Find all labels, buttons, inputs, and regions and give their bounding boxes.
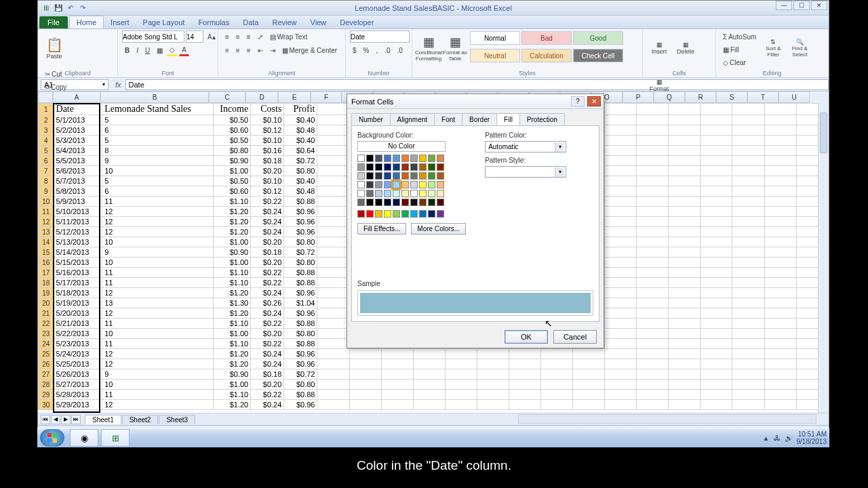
style-normal[interactable]: Normal bbox=[470, 31, 520, 45]
cond-format-button[interactable]: ▦Conditional Formatting bbox=[416, 30, 441, 66]
formula-bar[interactable]: Date bbox=[125, 79, 829, 90]
align-top-icon[interactable]: ≡ bbox=[222, 30, 232, 43]
sheet-nav-prev-icon[interactable]: ◀ bbox=[51, 415, 60, 424]
dialog-help-icon[interactable]: ? bbox=[571, 96, 585, 106]
redo-icon[interactable]: ↷ bbox=[77, 3, 87, 13]
sheet-nav-next-icon[interactable]: ▶ bbox=[61, 415, 71, 424]
col-header-D[interactable]: D bbox=[245, 92, 278, 103]
wrap-text-button[interactable]: ▤ Wrap Text bbox=[267, 30, 311, 43]
tray-flag-icon[interactable]: ▲ bbox=[763, 434, 770, 442]
sheet-tab-sheet2[interactable]: Sheet2 bbox=[122, 415, 159, 424]
save-icon[interactable]: 💾 bbox=[53, 3, 63, 13]
col-header-A[interactable]: A bbox=[53, 92, 100, 103]
underline-button[interactable]: U bbox=[142, 44, 153, 56]
decrease-decimal-icon[interactable]: .0 bbox=[395, 44, 406, 56]
style-bad[interactable]: Bad bbox=[521, 31, 572, 45]
dialog-tab-number[interactable]: Number bbox=[351, 113, 391, 125]
sheet-nav-first-icon[interactable]: ⏮ bbox=[41, 415, 50, 424]
cell-styles-gallery[interactable]: NormalBadGoodNeutralCalculationCheck Cel… bbox=[469, 30, 629, 66]
col-header-U[interactable]: U bbox=[778, 92, 810, 103]
col-header-S[interactable]: S bbox=[716, 92, 747, 103]
col-header-T[interactable]: T bbox=[747, 92, 778, 103]
no-color-button[interactable]: No Color bbox=[357, 141, 446, 152]
dialog-tab-fill[interactable]: Fill bbox=[496, 113, 520, 125]
fx-icon[interactable]: fx bbox=[115, 81, 121, 89]
close-button[interactable]: ✕ bbox=[811, 1, 827, 10]
italic-button[interactable]: I bbox=[134, 44, 141, 56]
number-format-select[interactable] bbox=[350, 30, 410, 43]
dialog-tab-border[interactable]: Border bbox=[462, 113, 497, 125]
style-calculation[interactable]: Calculation bbox=[521, 49, 572, 62]
ok-button[interactable]: OK bbox=[505, 330, 548, 344]
font-family-select[interactable] bbox=[122, 30, 184, 43]
minimize-button[interactable]: — bbox=[776, 1, 792, 10]
tab-developer[interactable]: Developer bbox=[333, 16, 380, 28]
fill-color-button[interactable]: ◇ bbox=[167, 44, 178, 56]
sheet-nav-last-icon[interactable]: ⏭ bbox=[71, 415, 81, 424]
style-neutral[interactable]: Neutral bbox=[470, 49, 520, 62]
taskbar-excel[interactable]: ⊞ bbox=[101, 429, 130, 447]
fill-effects-button[interactable]: Fill Effects... bbox=[357, 223, 406, 235]
style-check-cell[interactable]: Check Cell bbox=[573, 49, 623, 62]
autosum-button[interactable]: Σ AutoSum bbox=[720, 30, 759, 43]
tray-clock[interactable]: 10:51 AM9/18/2013 bbox=[797, 430, 827, 445]
col-header-E[interactable]: E bbox=[278, 92, 311, 103]
comma-icon[interactable]: , bbox=[373, 44, 380, 56]
indent-inc-icon[interactable]: ⇥ bbox=[267, 44, 278, 56]
dialog-tab-alignment[interactable]: Alignment bbox=[390, 113, 435, 125]
cancel-button[interactable]: Cancel bbox=[553, 330, 597, 344]
file-tab[interactable]: File bbox=[39, 16, 68, 28]
tab-data[interactable]: Data bbox=[236, 16, 265, 28]
col-header-C[interactable]: C bbox=[209, 92, 245, 103]
align-mid-icon[interactable]: ≡ bbox=[233, 30, 243, 43]
tab-home[interactable]: Home bbox=[69, 16, 104, 28]
tab-view[interactable]: View bbox=[304, 16, 334, 28]
border-button[interactable]: ▦ bbox=[154, 44, 165, 56]
pattern-style-select[interactable]: ▾ bbox=[485, 166, 566, 178]
sort-filter-button[interactable]: ⇅Sort & Filter bbox=[761, 30, 785, 66]
col-header-Q[interactable]: Q bbox=[654, 92, 685, 103]
tray-network-icon[interactable]: 🖧 bbox=[774, 434, 781, 442]
start-button[interactable] bbox=[40, 429, 64, 447]
tab-review[interactable]: Review bbox=[265, 16, 303, 28]
font-size-select[interactable] bbox=[186, 30, 203, 43]
dialog-tab-font[interactable]: Font bbox=[434, 113, 462, 125]
tray-sound-icon[interactable]: 🔊 bbox=[785, 434, 793, 442]
currency-icon[interactable]: $ bbox=[350, 44, 359, 56]
grow-font-icon[interactable]: A▴ bbox=[205, 30, 218, 43]
percent-icon[interactable]: % bbox=[361, 44, 372, 56]
orientation-icon[interactable]: ⤢ bbox=[255, 30, 266, 43]
find-select-button[interactable]: 🔍Find & Select bbox=[787, 30, 812, 66]
col-header-P[interactable]: P bbox=[623, 92, 654, 103]
col-header-F[interactable]: F bbox=[311, 92, 342, 103]
align-bot-icon[interactable]: ≡ bbox=[244, 30, 254, 43]
tab-page-layout[interactable]: Page Layout bbox=[136, 16, 192, 28]
undo-icon[interactable]: ↶ bbox=[65, 3, 75, 13]
indent-dec-icon[interactable]: ⇤ bbox=[255, 44, 266, 56]
fill-button[interactable]: ▦ Fill bbox=[720, 43, 759, 56]
col-header-R[interactable]: R bbox=[685, 92, 716, 103]
align-center-icon[interactable]: ≡ bbox=[233, 44, 243, 56]
increase-decimal-icon[interactable]: .0 bbox=[382, 44, 393, 56]
col-header-B[interactable]: B bbox=[100, 92, 209, 103]
pattern-color-select[interactable]: Automatic▾ bbox=[485, 141, 566, 152]
vertical-scrollbar[interactable] bbox=[818, 103, 829, 413]
maximize-button[interactable]: ☐ bbox=[793, 1, 810, 10]
align-left-icon[interactable]: ≡ bbox=[222, 44, 232, 56]
paste-button[interactable]: 📋Paste bbox=[42, 30, 66, 66]
font-color-button[interactable]: A bbox=[179, 44, 189, 56]
more-colors-button[interactable]: More Colors... bbox=[411, 223, 466, 235]
dialog-close-icon[interactable]: ✕ bbox=[587, 96, 601, 106]
clear-button[interactable]: ◇ Clear bbox=[720, 56, 759, 68]
style-good[interactable]: Good bbox=[573, 31, 623, 45]
tab-insert[interactable]: Insert bbox=[104, 16, 136, 28]
dialog-titlebar[interactable]: Format Cells ? ✕ bbox=[347, 94, 604, 109]
sheet-tab-sheet1[interactable]: Sheet1 bbox=[85, 415, 121, 424]
tab-formulas[interactable]: Formulas bbox=[191, 16, 236, 28]
standard-color-swatches[interactable] bbox=[357, 210, 452, 218]
horizontal-scrollbar[interactable] bbox=[518, 414, 816, 424]
theme-color-swatches[interactable] bbox=[357, 155, 452, 206]
sheet-tab-sheet3[interactable]: Sheet3 bbox=[159, 415, 195, 424]
taskbar-chrome[interactable]: ◉ bbox=[70, 429, 98, 447]
dialog-tab-protection[interactable]: Protection bbox=[519, 113, 565, 125]
